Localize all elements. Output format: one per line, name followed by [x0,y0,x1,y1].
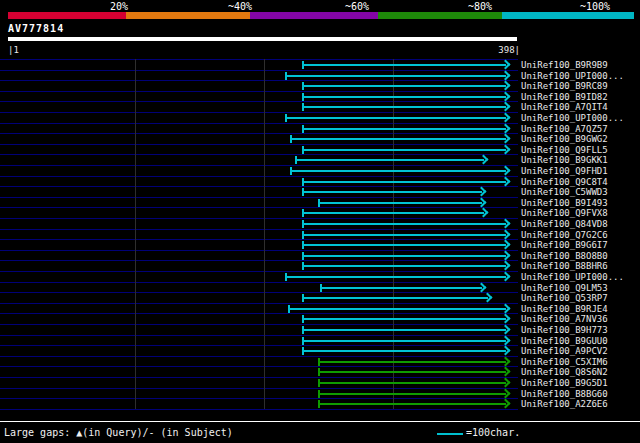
alignment-bar[interactable] [290,170,506,172]
alignment-row: UniRef100_UPI000... [0,272,640,283]
alignment-start-tick [302,178,304,186]
alignment-start-tick [320,284,322,292]
alignment-bar[interactable] [285,276,506,278]
alignment-start-tick [302,61,304,69]
hit-accession-label[interactable]: UniRef100_B9GUU0 [521,336,608,347]
footer-separator [0,421,640,422]
alignment-start-tick [302,188,304,196]
alignment-bar[interactable] [302,128,506,130]
hit-accession-label[interactable]: UniRef100_UPI000... [521,71,624,82]
alignment-arrowhead-icon [501,91,511,101]
hit-accession-label[interactable]: UniRef100_B9R9B9 [521,60,608,71]
hit-accession-label[interactable]: UniRef100_B8O8B0 [521,251,608,262]
alignment-bar[interactable] [302,181,506,183]
alignment-start-tick [302,220,304,228]
alignment-arrowhead-icon [483,293,493,303]
alignment-bar[interactable] [302,234,506,236]
hit-accession-label[interactable]: UniRef100_B9GKK1 [521,155,608,166]
hit-accession-label[interactable]: UniRef100_A9PCV2 [521,346,608,357]
alignment-bar[interactable] [302,244,506,246]
hit-accession-label[interactable]: UniRef100_B8BHR6 [521,261,608,272]
alignment-arrowhead-icon [501,346,511,356]
alignment-bar[interactable] [320,287,482,289]
hit-accession-label[interactable]: UniRef100_Q9FHD1 [521,166,608,177]
hit-accession-label[interactable]: UniRef100_C5XIM6 [521,357,608,368]
alignment-arrowhead-icon [501,272,511,282]
alignment-arrowhead-icon [501,325,511,335]
alignment-row: UniRef100_B9H773 [0,325,640,336]
hit-accession-label[interactable]: UniRef100_Q8S6N2 [521,367,608,378]
hit-accession-label[interactable]: UniRef100_B9G6I7 [521,240,608,251]
alignment-bar[interactable] [288,308,506,310]
alignment-bar[interactable] [318,382,506,384]
hit-accession-label[interactable]: UniRef100_Q9FVX8 [521,208,608,219]
hit-accession-label[interactable]: UniRef100_Q7G2C6 [521,230,608,241]
hit-accession-label[interactable]: UniRef100_UPI000... [521,272,624,283]
hit-accession-label[interactable]: UniRef100_A2Z6E6 [521,399,608,410]
alignment-start-tick [302,125,304,133]
alignment-bar[interactable] [302,85,506,87]
alignment-arrowhead-icon [501,219,511,229]
hit-accession-label[interactable]: UniRef100_Q84VD8 [521,219,608,230]
hit-accession-label[interactable]: UniRef100_C5WWD3 [521,187,608,198]
hit-accession-label[interactable]: UniRef100_A7QIT4 [521,102,608,113]
alignment-arrowhead-icon [501,250,511,260]
hit-accession-label[interactable]: UniRef100_UPI000... [521,113,624,124]
hit-accession-label[interactable]: UniRef100_B9RJE4 [521,304,608,315]
alignment-row: UniRef100_B9G6I7 [0,240,640,251]
alignment-bar[interactable] [318,361,506,363]
alignment-bar[interactable] [285,117,506,119]
hit-accession-label[interactable]: UniRef100_B8BG60 [521,389,608,400]
alignment-start-tick [318,400,320,408]
alignment-bar[interactable] [318,393,506,395]
alignment-bar[interactable] [302,297,488,299]
alignment-bar[interactable] [302,191,482,193]
query-name: AV777814 [8,23,64,34]
hit-accession-label[interactable]: UniRef100_B9G5D1 [521,378,608,389]
identity-80-100-segment [502,12,634,19]
hit-accession-label[interactable]: UniRef100_Q9C8T4 [521,177,608,188]
alignment-bar[interactable] [302,265,506,267]
alignment-row: UniRef100_A7NV36 [0,314,640,325]
alignment-bar[interactable] [318,202,482,204]
alignment-row: UniRef100_Q84VD8 [0,219,640,230]
alignment-row: UniRef100_B8BG60 [0,389,640,400]
alignment-bar[interactable] [290,138,506,140]
alignment-bar[interactable] [302,96,506,98]
hit-accession-label[interactable]: UniRef100_A7QZ57 [521,124,608,135]
hit-accession-label[interactable]: UniRef100_Q9LM53 [521,283,608,294]
alignment-row: UniRef100_Q9FVX8 [0,208,640,219]
alignment-bar[interactable] [302,318,506,320]
hit-accession-label[interactable]: UniRef100_B9I493 [521,198,608,209]
alignment-bar[interactable] [302,255,506,257]
alignment-bar[interactable] [302,149,506,151]
alignment-bar[interactable] [302,223,506,225]
scale-label: 20% [110,1,128,12]
alignment-start-tick [318,358,320,366]
hit-accession-label[interactable]: UniRef100_B9GWG2 [521,134,608,145]
alignment-arrowhead-icon [501,388,511,398]
alignment-bar[interactable] [302,340,506,342]
alignment-start-tick [318,199,320,207]
hit-accession-label[interactable]: UniRef100_B9ID82 [521,92,608,103]
alignment-bar[interactable] [295,159,484,161]
hit-accession-label[interactable]: UniRef100_Q53RP7 [521,293,608,304]
alignment-bar[interactable] [302,329,506,331]
alignment-bar[interactable] [302,350,506,352]
scale-label: ~80% [468,1,492,12]
alignment-bar[interactable] [285,75,506,77]
alignment-row: UniRef100_UPI000... [0,71,640,82]
alignment-row: UniRef100_B9RJE4 [0,304,640,315]
alignment-bar[interactable] [318,403,506,405]
alignment-bar[interactable] [302,64,506,66]
hit-accession-label[interactable]: UniRef100_B9H773 [521,325,608,336]
alignment-start-tick [290,135,292,143]
alignment-bar[interactable] [318,371,506,373]
alignment-bar[interactable] [302,106,506,108]
hit-accession-label[interactable]: UniRef100_A7NV36 [521,314,608,325]
hit-accession-label[interactable]: UniRef100_B9RC89 [521,81,608,92]
ruler-end-label: 398| [478,45,520,55]
hit-accession-label[interactable]: UniRef100_Q9FLL5 [521,145,608,156]
alignment-bar[interactable] [302,212,484,214]
alignment-row: UniRef100_A7QIT4 [0,102,640,113]
